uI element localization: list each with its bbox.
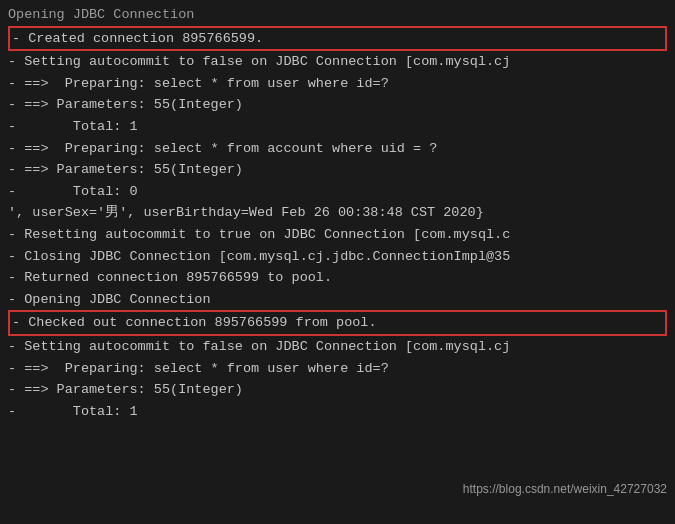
log-line: - ==> Preparing: select * from user wher… <box>8 358 667 380</box>
log-line: - Created connection 895766599. <box>8 26 667 52</box>
log-line: - Total: 1 <box>8 116 667 138</box>
log-line: - Setting autocommit to false on JDBC Co… <box>8 51 667 73</box>
log-line: Opening JDBC Connection <box>8 4 667 26</box>
log-line: - Closing JDBC Connection [com.mysql.cj.… <box>8 246 667 268</box>
log-line: - ==> Parameters: 55(Integer) <box>8 94 667 116</box>
log-line: - ==> Parameters: 55(Integer) <box>8 379 667 401</box>
highlighted-line: - Created connection 895766599. <box>8 26 667 52</box>
log-line: - Opening JDBC Connection <box>8 289 667 311</box>
log-line: - Resetting autocommit to true on JDBC C… <box>8 224 667 246</box>
log-line: - Setting autocommit to false on JDBC Co… <box>8 336 667 358</box>
log-line: - Total: 1 <box>8 401 667 423</box>
log-line: - ==> Preparing: select * from account w… <box>8 138 667 160</box>
watermark: https://blog.csdn.net/weixin_42727032 <box>463 482 667 496</box>
log-line: - Returned connection 895766599 to pool. <box>8 267 667 289</box>
log-line: - ==> Preparing: select * from user wher… <box>8 73 667 95</box>
log-line: - Total: 0 <box>8 181 667 203</box>
log-line: - Checked out connection 895766599 from … <box>8 310 667 336</box>
log-line: ', userSex='男', userBirthday=Wed Feb 26 … <box>8 202 667 224</box>
console-output: Opening JDBC Connection- Created connect… <box>0 0 675 524</box>
highlighted-line: - Checked out connection 895766599 from … <box>8 310 667 336</box>
log-line: - ==> Parameters: 55(Integer) <box>8 159 667 181</box>
